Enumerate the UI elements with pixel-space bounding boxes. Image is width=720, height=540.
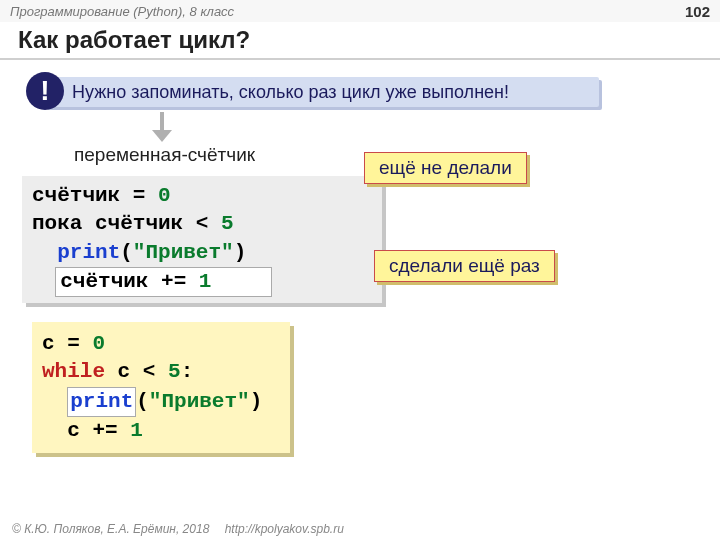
page-number: 102: [685, 3, 710, 20]
note-not-yet: ещё не делали: [364, 152, 527, 184]
code-line: счётчик = 0: [32, 182, 372, 210]
alert-text: Нужно запоминать, сколько раз цикл уже в…: [72, 82, 509, 103]
title-row: Как работает цикл?: [0, 22, 720, 56]
code-line: print("Привет"): [32, 239, 372, 267]
header: Программирование (Python), 8 класс 102: [0, 0, 720, 22]
footer-url: http://kpolyakov.spb.ru: [225, 522, 344, 536]
alert: Нужно запоминать, сколько раз цикл уже в…: [26, 74, 706, 110]
alert-badge-icon: !: [26, 72, 64, 110]
python-code-block: c = 0 while c < 5: print("Привет") c += …: [32, 322, 290, 453]
code-line: print("Привет"): [42, 387, 280, 417]
pseudo-code-block: счётчик = 0 пока счётчик < 5 print("Прив…: [22, 176, 382, 303]
footer: © К.Ю. Поляков, Е.А. Ерёмин, 2018 http:/…: [0, 518, 720, 540]
code-line: c += 1: [42, 417, 280, 445]
content: Нужно запоминать, сколько раз цикл уже в…: [0, 60, 720, 508]
course-title: Программирование (Python), 8 класс: [10, 4, 234, 19]
page-title: Как работает цикл?: [18, 26, 702, 54]
code-line: while c < 5:: [42, 358, 280, 386]
copyright: © К.Ю. Поляков, Е.А. Ерёмин, 2018: [12, 522, 209, 536]
alert-bar: Нужно запоминать, сколько раз цикл уже в…: [44, 77, 599, 107]
code-line: счётчик += 1: [32, 267, 372, 297]
code-line: пока счётчик < 5: [32, 210, 372, 238]
code-line: c = 0: [42, 330, 280, 358]
note-did-again: сделали ещё раз: [374, 250, 555, 282]
counter-label: переменная-счётчик: [74, 144, 255, 166]
arrow-down-icon: [152, 112, 172, 144]
